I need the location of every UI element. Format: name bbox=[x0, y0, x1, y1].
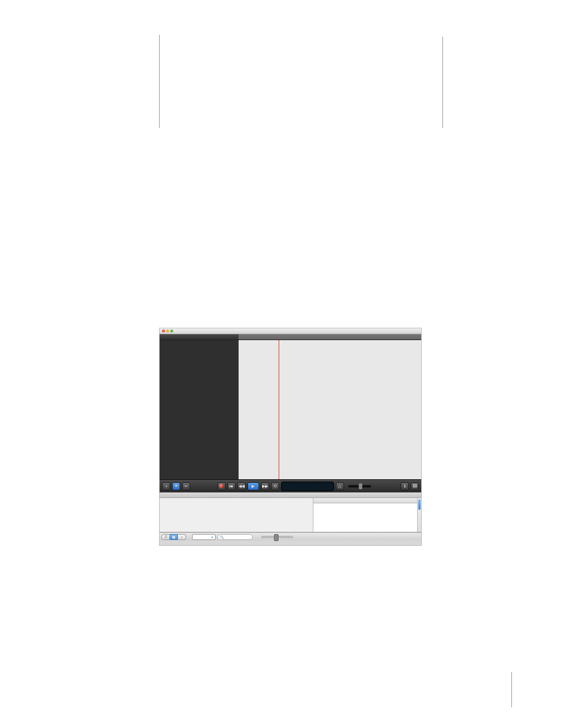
loop-browser-footer: ☰ ▦ ♪ 🔍 bbox=[160, 532, 421, 541]
loop-list-scrollbar[interactable] bbox=[417, 498, 421, 532]
loop-list-header bbox=[313, 498, 421, 503]
loop-search-input[interactable]: 🔍 bbox=[217, 534, 253, 540]
window-controls[interactable] bbox=[162, 330, 173, 332]
scale-select[interactable] bbox=[192, 534, 216, 540]
master-volume-slider[interactable] bbox=[348, 485, 372, 487]
preview-volume-slider[interactable] bbox=[261, 536, 293, 538]
tracks-header bbox=[160, 334, 421, 340]
record-icon bbox=[219, 484, 223, 488]
play-button[interactable]: ▶ bbox=[247, 482, 259, 490]
media-browser-button[interactable]: 🖼 bbox=[411, 482, 419, 490]
track-headers bbox=[160, 340, 239, 479]
loop-categories bbox=[160, 498, 313, 532]
view-mode-segmented[interactable]: ☰ ▦ ♪ bbox=[161, 534, 186, 540]
loop-results-list[interactable] bbox=[313, 498, 421, 532]
podcast-view-button[interactable]: ♪ bbox=[178, 534, 186, 540]
rewind-button[interactable]: ◀◀ bbox=[237, 482, 246, 490]
record-button[interactable] bbox=[217, 482, 226, 490]
garageband-window: ＋ 👁 ✂ ⏮ ◀◀ ▶ ▶▶ ⟲ △ ℹ 🖼 ☰ ▦ ♪ 🔍 bbox=[159, 328, 422, 546]
minimize-icon[interactable] bbox=[166, 330, 169, 332]
lcd-display[interactable] bbox=[281, 482, 334, 491]
cycle-button[interactable]: ⟲ bbox=[271, 482, 279, 490]
column-view-button[interactable]: ☰ bbox=[161, 534, 170, 540]
timeline[interactable] bbox=[239, 340, 421, 479]
track-info-button[interactable]: ℹ bbox=[401, 482, 409, 490]
bottom-divider bbox=[511, 672, 512, 707]
editor-button[interactable]: ✂ bbox=[182, 482, 190, 490]
button-view-button[interactable]: ▦ bbox=[170, 534, 178, 540]
loops-header[interactable] bbox=[160, 492, 421, 498]
zoom-icon[interactable] bbox=[170, 330, 173, 332]
transport-bar: ＋ 👁 ✂ ⏮ ◀◀ ▶ ▶▶ ⟲ △ ℹ 🖼 bbox=[160, 479, 421, 492]
timeline-ruler[interactable] bbox=[239, 334, 421, 340]
add-track-button[interactable]: ＋ bbox=[162, 482, 170, 490]
top-divider bbox=[159, 35, 160, 128]
loop-browser bbox=[160, 498, 421, 532]
close-icon[interactable] bbox=[162, 330, 165, 332]
metronome-button[interactable]: △ bbox=[336, 482, 344, 490]
go-to-start-button[interactable]: ⏮ bbox=[227, 482, 236, 490]
tracks-area bbox=[160, 340, 421, 479]
forward-button[interactable]: ▶▶ bbox=[261, 482, 269, 490]
playhead[interactable] bbox=[279, 340, 279, 479]
window-titlebar bbox=[160, 328, 421, 334]
loop-browser-button[interactable]: 👁 bbox=[172, 482, 180, 490]
